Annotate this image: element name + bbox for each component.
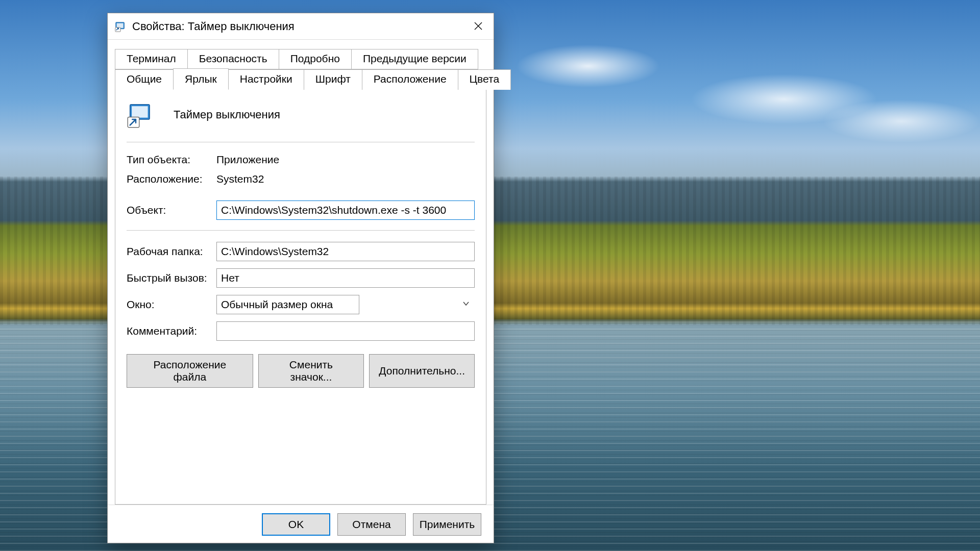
tab-strip: Терминал Безопасность Подробно Предыдущи… [108,40,494,90]
change-icon-button[interactable]: Сменить значок... [258,354,364,388]
shortcut-name: Таймер выключения [174,108,280,121]
value-location: System32 [216,173,264,185]
tab-label: Расположение [374,73,447,85]
row-comment: Комментарий: [127,321,475,341]
tab-font[interactable]: Шрифт [304,69,362,90]
tab-options[interactable]: Настройки [228,69,304,90]
tab-label: Терминал [127,53,176,64]
row-shortcut-key: Быстрый вызов: [127,268,475,288]
shortcut-icon [127,101,154,129]
tab-previous-versions[interactable]: Предыдущие версии [351,49,478,69]
label-start-in: Рабочая папка: [127,245,216,258]
open-file-location-button[interactable]: Расположение файла [127,354,253,388]
ok-button[interactable]: OK [262,513,330,536]
tab-label: Безопасность [199,53,267,64]
comment-input[interactable] [216,321,475,341]
tab-details[interactable]: Подробно [279,49,352,69]
action-row: Расположение файла Сменить значок... Доп… [127,354,475,388]
tab-layout[interactable]: Расположение [362,69,458,90]
tab-label: Подробно [290,53,340,64]
row-object-type: Тип объекта: Приложение [127,154,475,166]
label-shortcut-key: Быстрый вызов: [127,272,216,284]
tab-label: Ярлык [185,73,217,85]
label-target: Объект: [127,204,216,216]
tab-content: Таймер выключения Тип объекта: Приложени… [115,89,486,505]
shortcut-key-input[interactable] [216,268,475,288]
tab-row-1: Терминал Безопасность Подробно Предыдущи… [115,49,486,69]
tab-general[interactable]: Общие [115,69,174,90]
target-input[interactable] [216,201,475,220]
label-comment: Комментарий: [127,325,216,337]
apply-button[interactable]: Применить [413,513,481,536]
chevron-down-icon [462,300,470,309]
tab-label: Настройки [240,73,292,85]
divider [127,230,475,231]
dialog-button-bar: OK Отмена Применить [108,505,494,543]
tab-label: Общие [127,73,162,85]
label-object-type: Тип объекта: [127,154,216,166]
tab-shortcut[interactable]: Ярлык [173,68,229,90]
run-select[interactable] [216,295,359,314]
shortcut-header: Таймер выключения [127,101,475,142]
tab-colors[interactable]: Цвета [458,69,511,90]
label-run: Окно: [127,298,216,311]
tab-label: Цвета [470,73,500,85]
start-in-input[interactable] [216,242,475,261]
tab-row-2: Общие Ярлык Настройки Шрифт Расположение… [115,69,486,90]
advanced-button[interactable]: Дополнительно... [369,354,475,388]
shortcut-window-icon [115,21,126,32]
row-start-in: Рабочая папка: [127,242,475,261]
tab-security[interactable]: Безопасность [187,49,279,69]
tab-terminal[interactable]: Терминал [115,49,188,69]
titlebar[interactable]: Свойства: Таймер выключения [108,13,494,40]
properties-dialog: Свойства: Таймер выключения Терминал Без… [107,13,494,543]
tab-label: Предыдущие версии [363,53,467,64]
label-location: Расположение: [127,173,216,185]
row-run: Окно: [127,295,475,314]
close-button[interactable] [463,13,494,40]
svg-rect-4 [132,106,148,118]
row-location: Расположение: System32 [127,173,475,185]
window-title: Свойства: Таймер выключения [132,20,295,33]
row-target: Объект: [127,201,475,220]
value-object-type: Приложение [216,154,279,166]
cancel-button[interactable]: Отмена [337,513,406,536]
close-icon [474,20,482,33]
tab-label: Шрифт [315,73,351,85]
